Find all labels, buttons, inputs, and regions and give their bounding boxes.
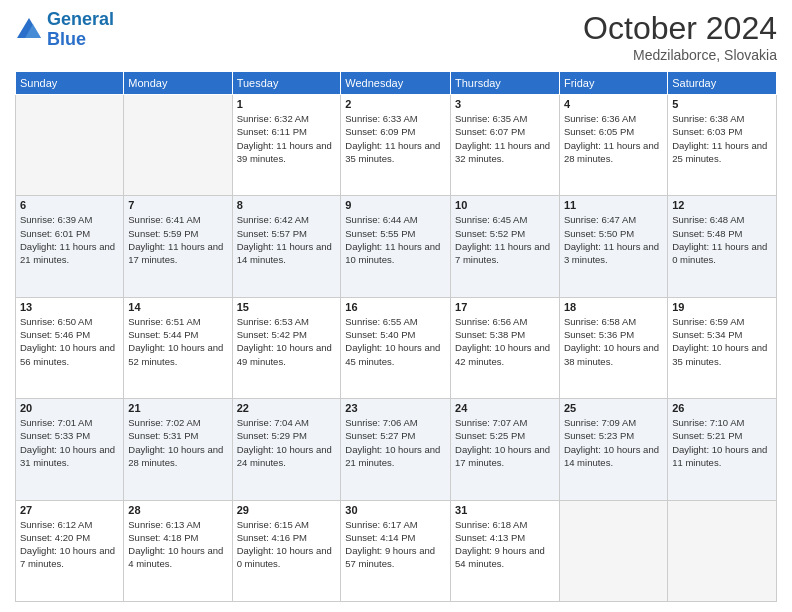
page: General Blue October 2024 Medzilaborce, …: [0, 0, 792, 612]
day-info: Sunrise: 7:06 AM Sunset: 5:27 PM Dayligh…: [345, 416, 446, 469]
day-info: Sunrise: 6:32 AM Sunset: 6:11 PM Dayligh…: [237, 112, 337, 165]
table-row: 8Sunrise: 6:42 AM Sunset: 5:57 PM Daylig…: [232, 196, 341, 297]
table-row: 22Sunrise: 7:04 AM Sunset: 5:29 PM Dayli…: [232, 399, 341, 500]
table-row: 31Sunrise: 6:18 AM Sunset: 4:13 PM Dayli…: [451, 500, 560, 601]
day-info: Sunrise: 6:48 AM Sunset: 5:48 PM Dayligh…: [672, 213, 772, 266]
day-info: Sunrise: 6:45 AM Sunset: 5:52 PM Dayligh…: [455, 213, 555, 266]
day-number: 13: [20, 301, 119, 313]
day-number: 28: [128, 504, 227, 516]
day-number: 16: [345, 301, 446, 313]
table-row: 18Sunrise: 6:58 AM Sunset: 5:36 PM Dayli…: [559, 297, 667, 398]
table-row: [124, 95, 232, 196]
month-title: October 2024: [583, 10, 777, 47]
day-number: 6: [20, 199, 119, 211]
header: General Blue October 2024 Medzilaborce, …: [15, 10, 777, 63]
table-row: 9Sunrise: 6:44 AM Sunset: 5:55 PM Daylig…: [341, 196, 451, 297]
day-info: Sunrise: 6:38 AM Sunset: 6:03 PM Dayligh…: [672, 112, 772, 165]
day-info: Sunrise: 6:51 AM Sunset: 5:44 PM Dayligh…: [128, 315, 227, 368]
day-info: Sunrise: 7:04 AM Sunset: 5:29 PM Dayligh…: [237, 416, 337, 469]
day-info: Sunrise: 6:41 AM Sunset: 5:59 PM Dayligh…: [128, 213, 227, 266]
day-info: Sunrise: 6:13 AM Sunset: 4:18 PM Dayligh…: [128, 518, 227, 571]
day-number: 14: [128, 301, 227, 313]
day-number: 22: [237, 402, 337, 414]
day-number: 21: [128, 402, 227, 414]
col-friday: Friday: [559, 72, 667, 95]
day-number: 10: [455, 199, 555, 211]
table-row: 11Sunrise: 6:47 AM Sunset: 5:50 PM Dayli…: [559, 196, 667, 297]
logo-line2: Blue: [47, 29, 86, 49]
day-info: Sunrise: 6:47 AM Sunset: 5:50 PM Dayligh…: [564, 213, 663, 266]
table-row: 24Sunrise: 7:07 AM Sunset: 5:25 PM Dayli…: [451, 399, 560, 500]
table-row: 5Sunrise: 6:38 AM Sunset: 6:03 PM Daylig…: [668, 95, 777, 196]
col-tuesday: Tuesday: [232, 72, 341, 95]
calendar-week-row: 20Sunrise: 7:01 AM Sunset: 5:33 PM Dayli…: [16, 399, 777, 500]
day-number: 29: [237, 504, 337, 516]
table-row: 14Sunrise: 6:51 AM Sunset: 5:44 PM Dayli…: [124, 297, 232, 398]
table-row: 15Sunrise: 6:53 AM Sunset: 5:42 PM Dayli…: [232, 297, 341, 398]
col-monday: Monday: [124, 72, 232, 95]
day-info: Sunrise: 6:35 AM Sunset: 6:07 PM Dayligh…: [455, 112, 555, 165]
table-row: [668, 500, 777, 601]
day-number: 23: [345, 402, 446, 414]
table-row: 10Sunrise: 6:45 AM Sunset: 5:52 PM Dayli…: [451, 196, 560, 297]
day-number: 31: [455, 504, 555, 516]
col-wednesday: Wednesday: [341, 72, 451, 95]
col-sunday: Sunday: [16, 72, 124, 95]
day-number: 5: [672, 98, 772, 110]
table-row: 6Sunrise: 6:39 AM Sunset: 6:01 PM Daylig…: [16, 196, 124, 297]
day-number: 3: [455, 98, 555, 110]
calendar-week-row: 1Sunrise: 6:32 AM Sunset: 6:11 PM Daylig…: [16, 95, 777, 196]
table-row: 26Sunrise: 7:10 AM Sunset: 5:21 PM Dayli…: [668, 399, 777, 500]
day-info: Sunrise: 7:07 AM Sunset: 5:25 PM Dayligh…: [455, 416, 555, 469]
calendar-week-row: 13Sunrise: 6:50 AM Sunset: 5:46 PM Dayli…: [16, 297, 777, 398]
day-number: 11: [564, 199, 663, 211]
day-info: Sunrise: 6:18 AM Sunset: 4:13 PM Dayligh…: [455, 518, 555, 571]
table-row: 4Sunrise: 6:36 AM Sunset: 6:05 PM Daylig…: [559, 95, 667, 196]
day-number: 8: [237, 199, 337, 211]
col-thursday: Thursday: [451, 72, 560, 95]
table-row: 7Sunrise: 6:41 AM Sunset: 5:59 PM Daylig…: [124, 196, 232, 297]
day-number: 20: [20, 402, 119, 414]
day-info: Sunrise: 6:42 AM Sunset: 5:57 PM Dayligh…: [237, 213, 337, 266]
title-block: October 2024 Medzilaborce, Slovakia: [583, 10, 777, 63]
table-row: 1Sunrise: 6:32 AM Sunset: 6:11 PM Daylig…: [232, 95, 341, 196]
logo-icon: [15, 16, 43, 44]
day-number: 17: [455, 301, 555, 313]
day-number: 2: [345, 98, 446, 110]
logo: General Blue: [15, 10, 114, 50]
day-info: Sunrise: 6:53 AM Sunset: 5:42 PM Dayligh…: [237, 315, 337, 368]
day-info: Sunrise: 6:39 AM Sunset: 6:01 PM Dayligh…: [20, 213, 119, 266]
day-info: Sunrise: 7:09 AM Sunset: 5:23 PM Dayligh…: [564, 416, 663, 469]
day-info: Sunrise: 6:15 AM Sunset: 4:16 PM Dayligh…: [237, 518, 337, 571]
day-info: Sunrise: 7:10 AM Sunset: 5:21 PM Dayligh…: [672, 416, 772, 469]
day-number: 19: [672, 301, 772, 313]
table-row: 30Sunrise: 6:17 AM Sunset: 4:14 PM Dayli…: [341, 500, 451, 601]
table-row: 13Sunrise: 6:50 AM Sunset: 5:46 PM Dayli…: [16, 297, 124, 398]
table-row: 29Sunrise: 6:15 AM Sunset: 4:16 PM Dayli…: [232, 500, 341, 601]
table-row: 21Sunrise: 7:02 AM Sunset: 5:31 PM Dayli…: [124, 399, 232, 500]
table-row: 16Sunrise: 6:55 AM Sunset: 5:40 PM Dayli…: [341, 297, 451, 398]
day-info: Sunrise: 6:33 AM Sunset: 6:09 PM Dayligh…: [345, 112, 446, 165]
table-row: 2Sunrise: 6:33 AM Sunset: 6:09 PM Daylig…: [341, 95, 451, 196]
table-row: [16, 95, 124, 196]
table-row: 17Sunrise: 6:56 AM Sunset: 5:38 PM Dayli…: [451, 297, 560, 398]
day-number: 9: [345, 199, 446, 211]
logo-line1: General: [47, 9, 114, 29]
day-info: Sunrise: 6:56 AM Sunset: 5:38 PM Dayligh…: [455, 315, 555, 368]
logo-text: General Blue: [47, 10, 114, 50]
day-info: Sunrise: 6:55 AM Sunset: 5:40 PM Dayligh…: [345, 315, 446, 368]
day-number: 24: [455, 402, 555, 414]
day-number: 26: [672, 402, 772, 414]
calendar-week-row: 6Sunrise: 6:39 AM Sunset: 6:01 PM Daylig…: [16, 196, 777, 297]
day-number: 27: [20, 504, 119, 516]
day-info: Sunrise: 7:02 AM Sunset: 5:31 PM Dayligh…: [128, 416, 227, 469]
table-row: 28Sunrise: 6:13 AM Sunset: 4:18 PM Dayli…: [124, 500, 232, 601]
day-number: 1: [237, 98, 337, 110]
day-number: 15: [237, 301, 337, 313]
day-number: 25: [564, 402, 663, 414]
table-row: 3Sunrise: 6:35 AM Sunset: 6:07 PM Daylig…: [451, 95, 560, 196]
day-number: 4: [564, 98, 663, 110]
day-info: Sunrise: 6:50 AM Sunset: 5:46 PM Dayligh…: [20, 315, 119, 368]
calendar-week-row: 27Sunrise: 6:12 AM Sunset: 4:20 PM Dayli…: [16, 500, 777, 601]
table-row: [559, 500, 667, 601]
